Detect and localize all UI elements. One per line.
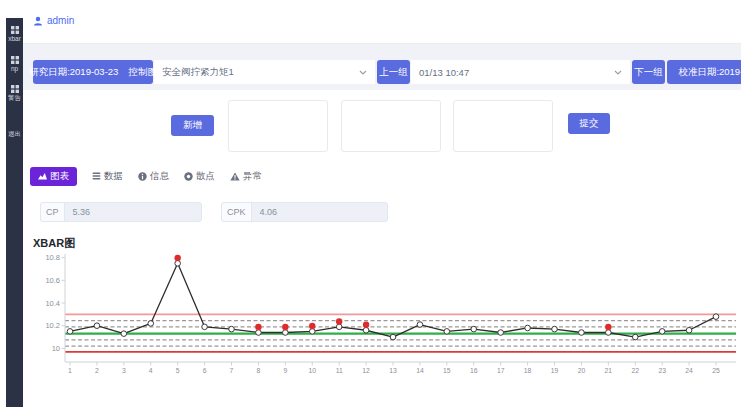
svg-text:10.6: 10.6 — [45, 276, 60, 285]
scatter-icon — [184, 172, 193, 181]
svg-text:10: 10 — [52, 344, 60, 353]
cpk-value: 4.06 — [252, 207, 286, 217]
user-menu[interactable]: admin — [33, 15, 74, 26]
cp-label: CP — [41, 203, 65, 221]
tab-label: 异常 — [243, 171, 262, 181]
input-box-2[interactable] — [341, 100, 441, 152]
control-chart-label: 控制图 — [128, 66, 157, 79]
tab-label: 图表 — [50, 171, 69, 181]
grid-icon — [11, 85, 19, 93]
svg-text:14: 14 — [416, 367, 424, 374]
study-date-button[interactable]: 研究日期:2019-03-23 控制图 — [33, 60, 153, 84]
chevron-down-icon — [614, 70, 622, 75]
info-icon — [138, 172, 147, 181]
svg-text:10.8: 10.8 — [45, 253, 60, 262]
next-group-button[interactable]: 下一组 — [632, 60, 665, 84]
tab-label: 数据 — [104, 171, 123, 181]
svg-text:7: 7 — [230, 367, 234, 374]
tab-scatter[interactable]: 散点 — [184, 171, 215, 181]
xbar-control-chart: 1010.210.410.610.81234567891011121314151… — [0, 238, 741, 388]
svg-text:25: 25 — [712, 367, 720, 374]
cp-value: 5.36 — [65, 207, 99, 217]
topbar: admin — [23, 0, 741, 44]
sidebar-item-logout[interactable]: 退出 — [8, 131, 21, 138]
sidebar-item-np[interactable]: np — [11, 56, 19, 73]
svg-text:17: 17 — [497, 367, 505, 374]
svg-text:22: 22 — [631, 367, 639, 374]
svg-text:4: 4 — [149, 367, 153, 374]
sidebar-item-xbar[interactable]: xbar — [8, 26, 21, 43]
add-button-label: 新增 — [183, 119, 202, 132]
submit-button-label: 提交 — [580, 117, 599, 130]
grid-icon — [11, 26, 19, 34]
cp-field: CP 5.36 — [40, 202, 202, 222]
sidebar-item-label: 警告 — [8, 95, 21, 102]
svg-text:11: 11 — [336, 367, 343, 374]
cpk-label: CPK — [222, 203, 252, 221]
submit-button[interactable]: 提交 — [568, 113, 610, 134]
study-date-label: 研究日期:2019-03-23 — [29, 66, 118, 79]
sidebar-item-warning[interactable]: 警告 — [8, 85, 21, 102]
calibration-date-label: 校准日期:2019-06-19 — [678, 66, 741, 79]
svg-text:16: 16 — [470, 367, 478, 374]
list-icon — [92, 172, 101, 180]
svg-text:3: 3 — [122, 367, 126, 374]
prev-group-label: 上一组 — [379, 66, 408, 79]
grid-icon — [11, 56, 19, 64]
input-box-1[interactable] — [228, 100, 328, 152]
app-root: xbar np 警告 退出 admin 研究日期:2019-03-23 控制图 … — [0, 0, 741, 407]
next-group-label: 下一组 — [634, 66, 663, 79]
svg-text:15: 15 — [443, 367, 451, 374]
chart-icon — [38, 172, 47, 180]
svg-text:23: 23 — [658, 367, 666, 374]
part-select[interactable]: 安全阀拧紧力矩1 — [154, 60, 375, 84]
svg-text:9: 9 — [283, 367, 287, 374]
svg-text:12: 12 — [362, 367, 370, 374]
svg-text:1: 1 — [68, 367, 72, 374]
chevron-down-icon — [359, 70, 367, 75]
svg-text:18: 18 — [524, 367, 532, 374]
tab-chart[interactable]: 图表 — [30, 167, 77, 186]
svg-text:2: 2 — [95, 367, 99, 374]
calibration-date-button[interactable]: 校准日期:2019-06-19 — [667, 60, 741, 84]
svg-text:10: 10 — [308, 367, 316, 374]
prev-group-button[interactable]: 上一组 — [377, 60, 410, 84]
svg-text:5: 5 — [176, 367, 180, 374]
tab-bar: 图表 数据 信息 散点 异常 — [30, 166, 262, 186]
group-select-value: 01/13 10:47 — [419, 67, 469, 78]
group-select[interactable]: 01/13 10:47 — [411, 60, 630, 84]
svg-text:21: 21 — [605, 367, 613, 374]
svg-text:13: 13 — [389, 367, 397, 374]
warning-icon — [230, 172, 240, 181]
svg-text:19: 19 — [551, 367, 559, 374]
sidebar-item-label: 退出 — [8, 131, 21, 138]
svg-text:10.4: 10.4 — [45, 299, 60, 308]
tab-data[interactable]: 数据 — [92, 171, 123, 181]
input-box-3[interactable] — [453, 100, 553, 152]
tab-label: 散点 — [196, 171, 215, 181]
user-icon — [33, 16, 43, 26]
svg-text:24: 24 — [685, 367, 693, 374]
tab-label: 信息 — [150, 171, 169, 181]
svg-text:6: 6 — [203, 367, 207, 374]
svg-text:10.2: 10.2 — [45, 321, 60, 330]
tab-abnormal[interactable]: 异常 — [230, 171, 262, 181]
sidebar-item-label: np — [11, 66, 18, 73]
add-button[interactable]: 新增 — [171, 115, 214, 136]
svg-text:8: 8 — [257, 367, 261, 374]
cpk-field: CPK 4.06 — [221, 202, 388, 222]
svg-text:20: 20 — [578, 367, 586, 374]
user-name: admin — [47, 15, 74, 26]
sidebar-item-label: xbar — [8, 36, 21, 43]
tab-info[interactable]: 信息 — [138, 171, 169, 181]
part-select-value: 安全阀拧紧力矩1 — [162, 66, 234, 79]
